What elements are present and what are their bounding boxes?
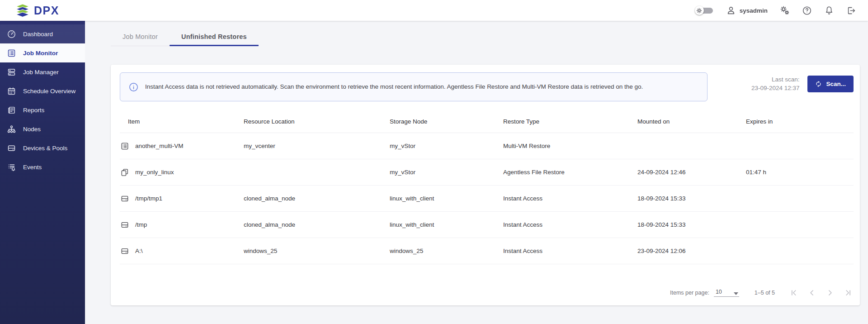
notifications-icon[interactable]	[824, 5, 834, 15]
items-per-page-value: 10	[716, 289, 722, 295]
table-row[interactable]: /tmp cloned_alma_node linux_with_client …	[120, 212, 854, 238]
info-banner-text: Instant Access data is not retrieved aut…	[145, 82, 643, 91]
sidebar-item-dashboard[interactable]: Dashboard	[0, 24, 85, 43]
sidebar-item-reports[interactable]: Reports	[0, 100, 85, 119]
col-restore-type: Restore Type	[503, 118, 637, 125]
sidebar-item-label: Events	[23, 164, 42, 171]
page-range-label: 1–5 of 5	[755, 290, 775, 296]
sidebar-item-label: Dashboard	[23, 31, 53, 38]
cell-resource-location: windows_25	[244, 248, 390, 254]
tab-job-monitor[interactable]: Job Monitor	[111, 27, 170, 46]
cell-storage-node: my_vStor	[390, 169, 503, 176]
cell-mounted-on: 23-09-2024 12:06	[637, 248, 746, 254]
instant-access-icon	[120, 194, 129, 203]
agentless-file-restore-icon	[120, 167, 129, 177]
cell-restore-type: Instant Access	[503, 248, 637, 254]
sidebar-item-label: Reports	[23, 107, 44, 114]
sidebar-item-events[interactable]: Events	[0, 157, 85, 176]
cell-item: /tmp/tmp1	[135, 195, 162, 202]
last-scan-value: 23-09-2024 12:37	[751, 84, 800, 92]
sidebar-item-schedule-overview[interactable]: Schedule Overview	[0, 81, 85, 100]
sidebar-item-nodes[interactable]: Nodes	[0, 119, 85, 138]
settings-icon[interactable]	[780, 5, 790, 15]
schedule-overview-icon	[7, 86, 16, 96]
cell-restore-type: Instant Access	[503, 195, 637, 202]
pagination-bar: Items per page: 10 1–5 of 5	[120, 280, 854, 305]
reports-icon	[7, 105, 16, 115]
cell-resource-location: cloned_alma_node	[244, 195, 390, 202]
user-menu[interactable]: sysadmin	[726, 5, 768, 15]
cell-resource-location: cloned_alma_node	[244, 221, 390, 228]
cell-item: /tmp	[135, 221, 147, 228]
sidebar-item-label: Job Manager	[23, 69, 59, 76]
caret-down-icon	[734, 292, 738, 295]
tab-bar: Job Monitor Unfinished Restores	[111, 27, 259, 46]
scan-button-label: Scan...	[826, 81, 846, 87]
col-storage-node: Storage Node	[390, 118, 503, 125]
col-mounted-on: Mounted on	[637, 118, 746, 125]
sidebar-item-label: Nodes	[23, 126, 41, 133]
devices-pools-icon	[7, 143, 16, 153]
refresh-icon	[815, 81, 822, 87]
nodes-icon	[7, 124, 16, 134]
col-resource-location: Resource Location	[244, 118, 390, 125]
theme-toggle-gear-icon	[695, 6, 704, 15]
sidebar-item-devices-pools[interactable]: Devices & Pools	[0, 138, 85, 157]
cell-mounted-on: 18-09-2024 15:33	[637, 195, 746, 202]
cell-restore-type: Instant Access	[503, 221, 637, 228]
sidebar-item-label: Schedule Overview	[23, 88, 75, 95]
cell-restore-type: Multi-VM Restore	[503, 143, 637, 149]
help-icon[interactable]	[802, 5, 812, 15]
job-monitor-icon	[7, 48, 16, 58]
unfinished-restores-panel: Instant Access data is not retrieved aut…	[111, 65, 860, 305]
items-per-page-label: Items per page:	[670, 290, 709, 296]
cell-item: my_only_linux	[135, 169, 174, 176]
table-row[interactable]: /tmp/tmp1 cloned_alma_node linux_with_cl…	[120, 186, 854, 212]
table-row[interactable]: A:\ windows_25 windows_25 Instant Access…	[120, 238, 854, 264]
last-scan-label: Last scan:	[751, 75, 800, 84]
dashboard-icon	[7, 29, 16, 39]
instant-access-icon	[120, 246, 129, 256]
last-scan: Last scan: 23-09-2024 12:37	[751, 75, 800, 92]
cell-mounted-on: 18-09-2024 15:33	[637, 221, 746, 228]
sidebar-item-label: Job Monitor	[23, 50, 58, 57]
theme-toggle[interactable]	[695, 5, 714, 15]
cell-item: another_multi-VM	[135, 143, 184, 149]
events-icon	[7, 162, 16, 172]
logo-text: DPX	[34, 4, 59, 17]
sidebar-item-job-monitor[interactable]: Job Monitor	[0, 43, 85, 62]
table-row[interactable]: another_multi-VM my_vcenter my_vStor Mul…	[120, 133, 854, 159]
cell-storage-node: windows_25	[390, 248, 503, 254]
main-content: Job Monitor Unfinished Restores Instant …	[85, 21, 868, 324]
restores-table: Item Resource Location Storage Node Rest…	[120, 110, 854, 264]
user-icon	[726, 5, 736, 15]
tab-unfinished-restores[interactable]: Unfinished Restores	[170, 27, 259, 46]
sidebar-item-label: Devices & Pools	[23, 145, 67, 152]
last-page-icon[interactable]	[843, 287, 854, 298]
cell-storage-node: my_vStor	[390, 143, 503, 149]
dpx-logo[interactable]: DPX	[15, 4, 59, 17]
info-banner: Instant Access data is not retrieved aut…	[120, 72, 708, 101]
first-page-icon[interactable]	[788, 287, 799, 298]
items-per-page-select[interactable]: 10	[714, 289, 739, 297]
cell-storage-node: linux_with_client	[390, 221, 503, 228]
cell-item: A:\	[135, 248, 143, 254]
next-page-icon[interactable]	[825, 287, 835, 298]
cell-restore-type: Agentless File Restore	[503, 169, 637, 176]
col-item: Item	[120, 118, 244, 125]
dpx-layers-icon	[15, 4, 30, 17]
username: sysadmin	[740, 7, 768, 14]
table-body: another_multi-VM my_vcenter my_vStor Mul…	[120, 133, 854, 264]
cell-resource-location: my_vcenter	[244, 143, 390, 149]
table-row[interactable]: my_only_linux my_vStor Agentless File Re…	[120, 159, 854, 186]
sidebar-item-job-manager[interactable]: Job Manager	[0, 62, 85, 81]
job-manager-icon	[7, 67, 16, 77]
info-icon	[128, 82, 139, 92]
previous-page-icon[interactable]	[807, 287, 817, 298]
scan-button[interactable]: Scan...	[807, 76, 854, 92]
logout-icon[interactable]	[846, 5, 856, 15]
table-header: Item Resource Location Storage Node Rest…	[120, 110, 854, 133]
col-expires-in: Expires in	[746, 118, 854, 125]
topbar: DPX	[0, 0, 868, 21]
sidebar: Dashboard Job Monitor Job Manag	[0, 21, 85, 324]
